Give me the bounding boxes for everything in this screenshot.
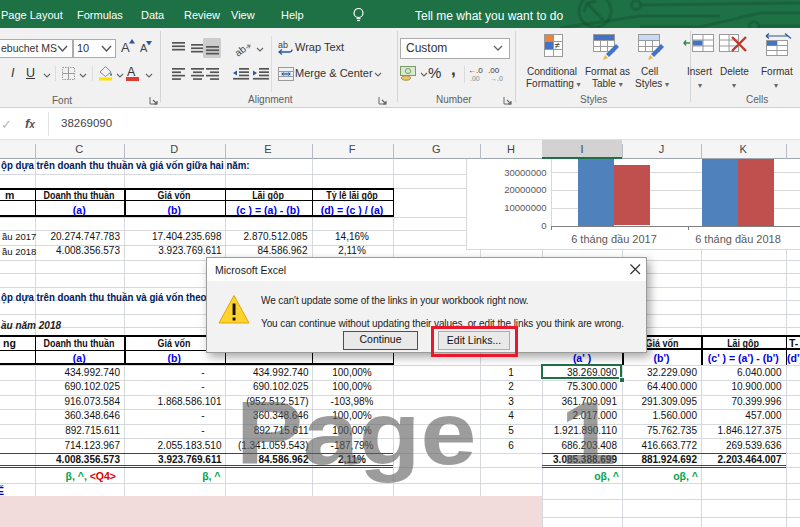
svg-text:≠: ≠ <box>555 40 561 51</box>
svg-text:→.0: →.0 <box>490 75 503 82</box>
svg-text:ab: ab <box>233 43 248 58</box>
svg-text:ab: ab <box>278 40 288 50</box>
svg-text:.00: .00 <box>470 75 480 82</box>
svg-text:.00: .00 <box>488 66 500 75</box>
svg-text:←.0: ←.0 <box>468 66 483 75</box>
